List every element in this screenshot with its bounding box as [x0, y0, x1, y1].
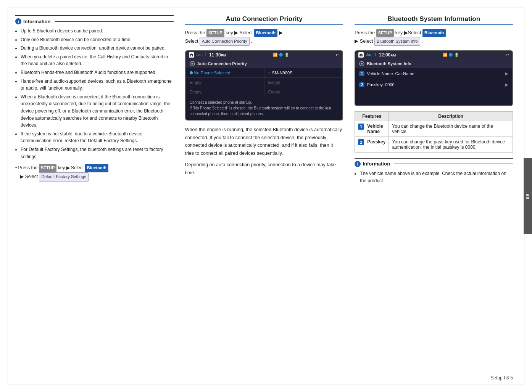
col2-priority-badge: Auto Connection Priority	[200, 37, 250, 46]
col3-table-row2-cell: 2 Passkey	[358, 139, 385, 145]
col3-table-row2-name: 2 Passkey	[355, 137, 389, 152]
col3-phone-header-left: Jan. 1 12:00AM	[358, 52, 396, 58]
col2-screen-date: Jan. 1	[197, 53, 207, 57]
col3-table-col-features: Features	[355, 111, 389, 121]
col3-info-label: Information	[363, 161, 390, 167]
col1-info-title: i Information	[15, 18, 174, 24]
col2-row3-right: Empty	[264, 87, 343, 96]
col2-selected-dot	[190, 71, 193, 74]
col2-row1-right: ○ SM-N900S	[264, 68, 343, 77]
col3-screen-body: 1 Vehicle Name: Car Name ▶ 2 Passkey: 00…	[355, 68, 512, 105]
col3-features-table: Features Description 1 Vehicle Name You …	[355, 111, 513, 153]
col3-row2-left: 2 Passkey: 0000	[359, 82, 394, 87]
col2-phone-screen: Jan. 1 11:30PM 📶🔷🔋 ↩ Auto Connection Pri…	[185, 50, 343, 120]
col1-bullet-8: If the system is not stable, due to a ve…	[21, 130, 174, 145]
col3-screen-date: Jan. 1	[366, 53, 376, 57]
col1-bullet-7: When a Bluetooth device is connected, if…	[21, 93, 174, 129]
col3-info-bullet: The vehicle name above is an example. Ch…	[360, 170, 513, 184]
info-icon-1: i	[15, 18, 21, 24]
col1-bullet-6: Hands-free and audio-supported devices, …	[21, 78, 174, 92]
col3-row1-num: 1	[359, 71, 364, 76]
col3: Bluetooth System Information Press the S…	[355, 15, 513, 373]
col3-phone-icons: 📶🔷🔋	[443, 53, 459, 57]
col3-setup-badge: SETUP	[376, 29, 394, 37]
side-tab: 08	[524, 158, 532, 234]
col3-time-suffix: AM	[390, 53, 396, 57]
svg-point-1	[191, 63, 193, 64]
col1-bullet-2: Only one Bluetooth device can be connect…	[21, 36, 174, 43]
col3-screen-row2: 2 Passkey: 0000 ▶	[355, 79, 512, 90]
col2-back-icon: ↩	[335, 52, 339, 58]
col1-bullet-9: For Default Factory Settings, the blueto…	[21, 146, 174, 160]
col3-phone-header: Jan. 1 12:00AM 📶🔷🔋 ↩	[355, 51, 512, 59]
col2-phone-header-left: Jan. 1 11:30PM	[189, 52, 226, 58]
col3-table-row1-name: 1 Vehicle Name	[355, 121, 389, 137]
col2-screen-title-row: Auto Connection Priority	[186, 59, 343, 68]
col3-table-row1: 1 Vehicle Name You can change the Blueto…	[355, 121, 513, 137]
col3-screen-title-row: Bluetooth System Info	[355, 59, 512, 68]
col3-table-row2-label: Passkey	[367, 139, 385, 145]
col3-bt-system-badge: Bluetooth System Info	[374, 37, 420, 46]
col3-table-row1-num: 1	[358, 124, 364, 130]
col3-table-row2-desc: You can change the pass-key used for Blu…	[389, 137, 513, 152]
col2: Auto Connection Priority Press the SETUP…	[185, 15, 343, 373]
col1-info-box: i Information Up to 5 Bluetooth devices …	[15, 15, 174, 182]
col3-info-list: The vehicle name above is an example. Ch…	[355, 170, 513, 184]
col2-phone-body: No Phone Selected ○ SM-N900S Empty Empty…	[186, 68, 343, 120]
col2-settings-icon	[190, 61, 195, 66]
col3-settings-icon	[359, 61, 364, 66]
col3-screen-title: Bluetooth System Info	[367, 61, 411, 66]
col3-table-row2-num: 2	[358, 139, 364, 145]
col2-row3-left: Empty	[186, 87, 264, 96]
col1-bullet-5: Bluetooth Hands-free and Bluetooth Audio…	[21, 69, 174, 76]
col2-phone-header: Jan. 1 11:30PM 📶🔷🔋 ↩	[186, 51, 343, 59]
col3-bluetooth-badge: Bluetooth	[422, 29, 446, 37]
main-content: i Information Up to 5 Bluetooth devices …	[15, 15, 513, 373]
col3-row1-arrow: ▶	[505, 71, 508, 76]
col1-bullet-list: Up to 5 Bluetooth devices can be paired.…	[15, 27, 174, 160]
page-number: Setup I 8-5	[490, 375, 513, 381]
col3-table-row1-cell: 1 Vehicle Name	[358, 124, 385, 134]
col3-screen-time: 12:00AM	[379, 52, 396, 58]
col1-setup-badge: SETUP	[39, 164, 57, 172]
col2-phone-icons: 📶🔷🔋	[273, 53, 289, 57]
col2-phone-row2: Empty Empty	[186, 78, 343, 87]
col3-home-icon	[358, 52, 364, 58]
col1-info-label: Information	[23, 19, 51, 24]
col3-table-row1-desc: You can change the Bluetooth device name…	[389, 121, 513, 137]
col2-setup-badge: SETUP	[206, 29, 224, 37]
col3-table-col-description: Description	[389, 111, 513, 121]
col2-body1: When the engine is running, the selected…	[185, 126, 343, 157]
svg-point-3	[361, 63, 363, 64]
info-icon-3: i	[355, 161, 361, 167]
col1-divider	[55, 21, 174, 22]
col1-bluetooth-badge: Bluetooth	[85, 164, 108, 172]
col2-phone-row1: No Phone Selected ○ SM-N900S	[186, 68, 343, 78]
col3-table-row1-label: Vehicle Name	[367, 124, 383, 134]
side-tab-label: 08	[526, 193, 530, 199]
col2-home-icon	[189, 52, 194, 58]
col2-press-instruction: Press the SETUP key ▶ Select Bluetooth ▶…	[185, 29, 343, 46]
col1-bullet-4: When you delete a paired device, the Cal…	[21, 53, 174, 67]
col3-section-title: Bluetooth System Information	[355, 15, 513, 25]
col2-section-title: Auto Connection Priority	[185, 15, 343, 25]
col3-screen-empty	[355, 90, 512, 105]
col3-row1-left: 1 Vehicle Name: Car Name	[359, 71, 414, 76]
col3-back-icon: ↩	[505, 52, 509, 58]
col1: i Information Up to 5 Bluetooth devices …	[15, 15, 174, 373]
col1-bullet-1: Up to 5 Bluetooth devices can be paired.	[21, 27, 174, 35]
col2-row1-left: No Phone Selected	[186, 68, 264, 77]
col1-bullet-3: During a Bluetooth device connection, an…	[21, 45, 174, 52]
col1-last-instruction: • Press the SETUP key ▶ Select Bluetooth…	[15, 164, 174, 182]
col3-bt-screen: Jan. 1 12:00AM 📶🔷🔋 ↩ Bluetooth System In…	[355, 50, 513, 106]
col2-screen-time: 11:30PM	[209, 52, 226, 58]
col2-body2: Depending on auto connection priority, c…	[185, 161, 343, 177]
col2-time-suffix: PM	[221, 53, 226, 57]
col3-screen-row1: 1 Vehicle Name: Car Name ▶	[355, 68, 512, 79]
col2-screen-title: Auto Connection Priority	[197, 61, 247, 66]
col2-phone-note: Connect a selected phone at startup. If …	[186, 96, 343, 120]
col2-phone-row3: Empty Empty	[186, 87, 343, 96]
col3-row2-arrow: ▶	[505, 82, 508, 87]
col2-row2-left: Empty	[186, 78, 264, 87]
col3-table-row2: 2 Passkey You can change the pass-key us…	[355, 137, 513, 152]
